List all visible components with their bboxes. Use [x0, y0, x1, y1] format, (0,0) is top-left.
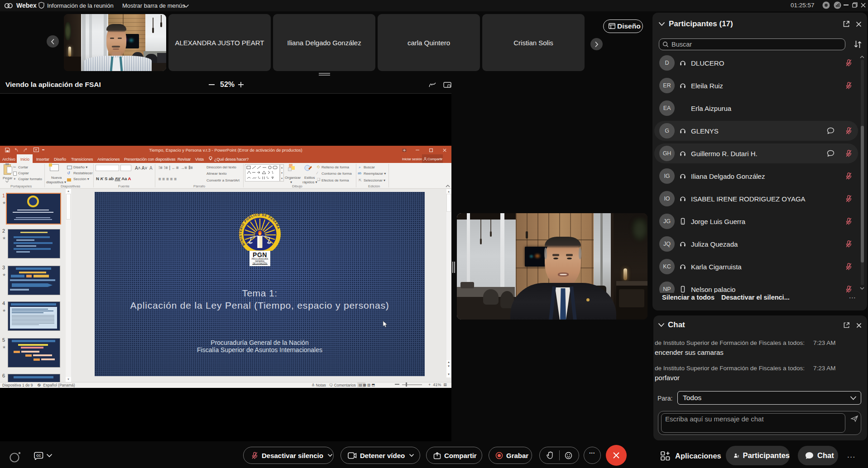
- svg-text:CC: CC: [36, 454, 41, 457]
